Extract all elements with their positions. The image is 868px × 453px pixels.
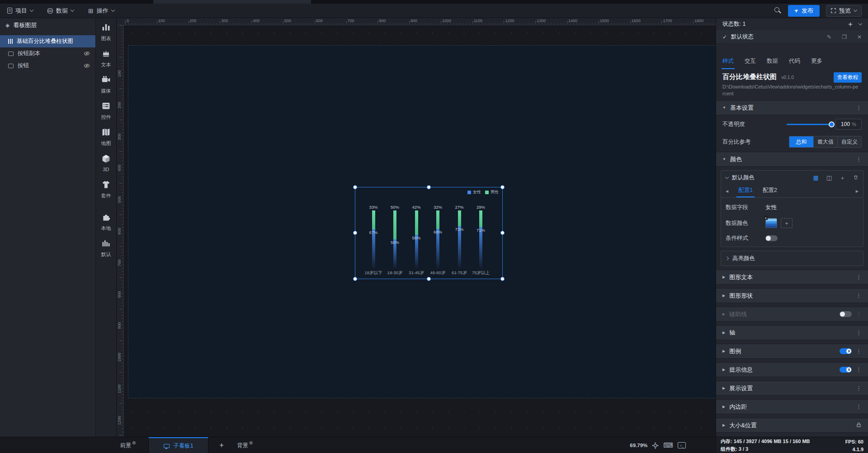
edit-icon[interactable]: ✎ [827,34,831,40]
kebab-menu-icon[interactable]: ⋮ [856,104,862,111]
section-内边距[interactable]: ▶内边距⋮ [716,399,868,414]
kebab-menu-icon[interactable]: ⋮ [856,156,862,163]
tab-data[interactable]: 数据 [767,57,778,69]
section-toggle[interactable] [840,348,852,354]
close-icon[interactable]: ✕ [857,34,862,40]
strip-item-9[interactable]: 默认 [96,235,116,261]
fit-screen-icon[interactable] [652,442,659,449]
search-icon[interactable] [774,7,782,14]
default-color-header[interactable]: 默认颜色 ▦ ◫ ＋ [721,171,863,184]
preview-button[interactable]: 预览 [826,5,862,17]
lock-icon[interactable] [856,421,862,430]
terminal-icon[interactable]: >_ [678,442,686,448]
section-轴[interactable]: ▶轴⋮ [716,325,868,340]
tab-style[interactable]: 样式 [722,57,734,69]
background-label[interactable]: 背景 ⊕ [237,442,253,449]
bar-segment-male[interactable] [458,210,461,226]
foreground-label[interactable]: 前景 ⊕ [120,442,136,449]
condition-style-toggle[interactable] [765,235,778,241]
resize-handle-bottom-middle[interactable] [427,277,431,281]
table-view-icon[interactable]: ▦ [813,175,818,181]
tab-code[interactable]: 代码 [789,57,800,69]
option-max[interactable]: 最大值 [813,136,837,147]
selected-chart-widget[interactable]: 女性男性 33%67%18岁以下50%50%18-30岁42%58%31-45岁… [355,187,503,279]
eye-hidden-icon[interactable] [84,51,90,56]
add-config-icon[interactable]: ＋ [840,175,845,181]
bar-segment-male[interactable] [479,210,482,227]
resize-handle-middle-right[interactable] [500,231,505,235]
bar-segment-female[interactable] [372,229,375,268]
tab-more[interactable]: 更多 [811,57,822,69]
eye-hidden-icon[interactable] [84,63,90,68]
strip-item-1[interactable]: 图表 [96,19,116,45]
section-color[interactable]: ▼ 颜色 ⋮ [716,152,868,167]
strip-item-8[interactable]: 本地 [96,209,116,235]
slider-knob[interactable] [829,121,835,127]
kebab-menu-icon[interactable]: ⋮ [856,329,862,336]
menu-actions[interactable]: ⊞ 操作 [81,4,122,18]
publish-button[interactable]: ➤ 发布 [788,5,820,17]
section-图形形状[interactable]: ▶图形形状⋮ [716,288,868,303]
section-辅助线[interactable]: ▶辅助线⋮ [716,307,868,322]
add-tab-button[interactable]: + [219,441,223,449]
opacity-input[interactable]: 100 % [835,119,862,130]
bar-segment-male[interactable] [415,210,418,235]
arrow-left-icon[interactable]: ◀ [726,189,728,197]
layer-item[interactable]: 按钮 [0,60,95,72]
keyboard-icon[interactable]: ⌨ [663,441,673,449]
default-state-row[interactable]: ✓ 默认状态 ✎ ❐ ✕ [716,30,868,44]
section-大小&位置[interactable]: ▶大小&位置 [716,418,868,433]
section-图例[interactable]: ▶图例⋮ [716,344,868,359]
resize-handle-bottom-right[interactable] [500,277,505,281]
kebab-menu-icon[interactable]: ⋮ [856,292,862,299]
kebab-menu-icon[interactable]: ⋮ [856,348,862,355]
bar-segment-female[interactable] [479,227,482,268]
add-circle-icon[interactable]: ⊕ [249,440,253,445]
bar-segment-male[interactable] [393,210,396,239]
kebab-menu-icon[interactable]: ⋮ [856,403,862,410]
section-toggle[interactable] [840,367,852,373]
kebab-menu-icon[interactable]: ⋮ [856,311,862,318]
resize-handle-top-left[interactable] [353,185,357,189]
add-state-button[interactable]: + [848,20,853,29]
arrow-right-icon[interactable]: ▶ [856,189,859,197]
strip-item-6[interactable]: 3D [96,150,116,176]
column-view-icon[interactable]: ◫ [826,175,832,181]
layer-item[interactable]: 按钮副本 [0,47,95,60]
design-canvas[interactable]: 0100200300400500600700800900100011001200… [117,18,716,437]
menu-project[interactable]: 项目 [0,4,40,18]
tab-config2[interactable]: 配置2 [763,187,777,197]
add-circle-icon[interactable]: ⊕ [132,440,136,445]
resize-handle-top-middle[interactable] [427,185,431,189]
bar-segment-male[interactable] [372,210,375,229]
menu-data[interactable]: 数据 [40,4,81,18]
section-basic-settings[interactable]: ▼ 基本设置 ⋮ [716,100,868,115]
resize-handle-bottom-left[interactable] [353,277,357,281]
tab-config1[interactable]: 配置1 [738,187,753,197]
section-图形文本[interactable]: ▶图形文本⋮ [716,270,868,285]
trash-icon[interactable] [853,174,859,181]
bar-segment-female[interactable] [436,229,439,268]
legend-item[interactable]: 男性 [485,189,499,195]
resize-handle-middle-left[interactable] [353,231,357,235]
option-custom[interactable]: 自定义 [837,136,861,147]
strip-item-4[interactable]: 控件 [96,98,116,124]
legend-item[interactable]: 女性 [467,189,481,195]
add-color-button[interactable]: + [781,218,793,228]
kebab-menu-icon[interactable]: ⋮ [856,366,862,373]
section-提示信息[interactable]: ▶提示信息⋮ [716,362,868,377]
kebab-menu-icon[interactable]: ⋮ [856,274,862,280]
bar-segment-female[interactable] [458,226,461,268]
canvas-field[interactable]: 女性男性 33%67%18岁以下50%50%18-30岁42%58%31-45岁… [124,25,716,437]
bar-segment-male[interactable] [436,210,439,229]
tutorial-button[interactable]: 查看教程 [834,72,862,83]
zoom-level[interactable]: 69.79% [630,443,647,448]
section-展示设置[interactable]: ▶展示设置⋮ [716,381,868,396]
chevron-down-icon[interactable] [859,22,862,25]
strip-item-3[interactable]: 媒体 [96,71,116,98]
highlight-color-section[interactable]: 高亮颜色 [721,251,863,266]
resize-handle-top-right[interactable] [500,185,505,189]
gradient-color-swatch[interactable]: x [765,218,777,228]
kebab-menu-icon[interactable]: ⋮ [856,385,862,392]
option-sum[interactable]: 总和 [789,136,813,147]
